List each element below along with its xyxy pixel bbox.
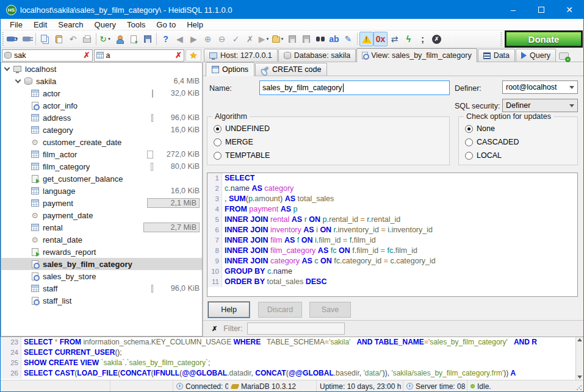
warnings-icon[interactable] — [359, 32, 373, 46]
donate-button[interactable]: Donate — [506, 32, 582, 46]
help-icon[interactable]: ? — [159, 32, 173, 46]
clear-table-filter-icon[interactable]: ✗ — [175, 51, 182, 60]
tree-item-staff[interactable]: staff96,0 KiB — [1, 282, 202, 294]
cancel-editing-icon[interactable]: ✗ — [243, 32, 257, 46]
log-scrollbar[interactable] — [575, 337, 583, 380]
radio-algorithm-undefined[interactable]: UNDEFINED — [214, 122, 449, 135]
tree-item-actor[interactable]: actor32,0 KiB — [1, 87, 202, 99]
radio-algorithm-temptable[interactable]: TEMPTABLE — [214, 149, 449, 162]
close-button[interactable]: ✕ — [555, 1, 583, 19]
menu-item-edit[interactable]: Edit — [28, 19, 52, 30]
dropdown-caret-icon[interactable]: ▼ — [265, 37, 269, 41]
query-log[interactable]: 23SELECT * FROM information_schema.KEY_C… — [1, 337, 583, 380]
tree-item-customer_create_date[interactable]: ⚙customer_create_date — [1, 136, 202, 148]
insert-row-icon[interactable]: ⊕ — [201, 32, 215, 46]
tab-database-sakila[interactable]: Database: sakila — [278, 49, 356, 62]
first-row-icon[interactable]: ◀ — [173, 32, 187, 46]
tree-item-film_category[interactable]: film_category80,0 KiB — [1, 160, 202, 173]
tree-item-address[interactable]: address96,0 KiB — [1, 112, 202, 124]
tree-item-sakila[interactable]: sakila6,4 MiB — [1, 75, 202, 87]
minimize-button[interactable]: – — [499, 1, 527, 19]
tab-host-127-0-0-1[interactable]: Host: 127.0.0.1 — [204, 49, 278, 62]
paste-icon[interactable] — [52, 32, 66, 46]
disconnect-icon[interactable] — [20, 32, 34, 46]
delete-row-icon[interactable]: ⊖ — [215, 32, 229, 46]
radio-button-icon[interactable] — [214, 125, 222, 133]
radio-button-icon[interactable] — [465, 152, 473, 160]
delimiter-icon[interactable]: ; — [416, 32, 430, 46]
binary-as-hex-icon[interactable]: 0x — [373, 32, 388, 46]
save-sql-as-icon[interactable] — [299, 32, 313, 46]
radio-button-icon[interactable] — [465, 138, 473, 146]
menu-item-go-to[interactable]: Go to — [151, 19, 181, 30]
menu-item-search[interactable]: Search — [52, 19, 88, 30]
tree-item-payment_date[interactable]: ⚙payment_date — [1, 209, 202, 221]
dropdown-caret-icon[interactable]: ▼ — [107, 37, 111, 41]
save-snippet-icon[interactable] — [140, 32, 154, 46]
tree-item-rewards_report[interactable]: rewards_report — [1, 246, 202, 258]
tab-data[interactable]: Data — [478, 49, 515, 62]
expand-chevron-icon[interactable] — [15, 77, 21, 84]
maximize-button[interactable] — [527, 1, 555, 19]
radio-check-option-cascaded[interactable]: CASCADED — [465, 135, 577, 149]
radio-check-option-local[interactable]: LOCAL — [465, 149, 577, 162]
subtab-create-code[interactable]: CREATE code — [255, 63, 327, 76]
replace-text-icon[interactable]: ab — [327, 32, 341, 46]
expand-chevron-icon[interactable] — [4, 65, 10, 71]
user-manager-icon[interactable] — [112, 32, 126, 46]
tree-item-localhost[interactable]: localhost — [1, 63, 202, 75]
tab-view-sales-by-film-category[interactable]: View: sales_by_film_category — [356, 48, 477, 62]
new-query-tab-icon[interactable] — [559, 52, 569, 60]
save-sql-icon[interactable] — [285, 32, 299, 46]
load-sql-file-icon[interactable]: ▼ — [271, 32, 285, 46]
stop-icon[interactable]: ✗ — [430, 32, 444, 46]
discard-button[interactable]: Discard — [258, 302, 302, 318]
scroll-down-icon[interactable] — [577, 376, 582, 379]
execute-sql-icon[interactable]: ▶▼ — [257, 32, 271, 46]
radio-check-option-none[interactable]: None — [465, 122, 577, 135]
filter-input[interactable] — [247, 323, 345, 335]
menu-item-query[interactable]: Query — [89, 19, 121, 30]
radio-algorithm-merge[interactable]: MERGE — [214, 135, 449, 149]
view-sql-editor[interactable]: 1SELECT2c.name AS category3, SUM(p.amoun… — [207, 173, 578, 297]
menu-item-file[interactable]: File — [4, 19, 28, 30]
close-filter-icon[interactable]: ✗ — [212, 325, 217, 333]
dropdown-caret-icon[interactable]: ▼ — [281, 37, 284, 41]
session-manager-icon[interactable]: ▼ — [5, 32, 20, 46]
tree-item-language[interactable]: language16,0 KiB — [1, 185, 202, 197]
database-filter-input[interactable]: sak ✗ — [2, 49, 93, 62]
radio-button-icon[interactable] — [214, 152, 222, 160]
reconnect-icon[interactable]: ϟ — [402, 32, 416, 46]
view-name-input[interactable]: sales_by_film_category — [259, 80, 450, 95]
tree-item-rental[interactable]: rental2,7 MiB — [1, 221, 202, 233]
help-button[interactable]: Help — [208, 302, 250, 318]
last-row-icon[interactable]: ▶ — [187, 32, 201, 46]
export-database-icon[interactable] — [126, 32, 140, 46]
radio-button-icon[interactable] — [214, 138, 222, 146]
post-changes-icon[interactable]: ✓ — [229, 32, 243, 46]
subtab-options[interactable]: Options — [206, 62, 254, 76]
radio-button-icon[interactable] — [465, 125, 473, 133]
favorites-star-icon[interactable]: ★ — [186, 49, 201, 62]
tree-item-category[interactable]: category16,0 KiB — [1, 124, 202, 136]
toolbar-grip[interactable] — [500, 32, 502, 46]
find-text-icon[interactable] — [313, 32, 327, 46]
tree-item-actor_info[interactable]: actor_info — [1, 99, 202, 112]
tree-item-staff_list[interactable]: staff_list — [1, 294, 202, 307]
resize-grip[interactable] — [576, 385, 582, 391]
table-filter-input[interactable]: a ✗ — [94, 49, 185, 62]
indent-icon[interactable]: ⇄ — [388, 32, 402, 46]
print-icon[interactable] — [80, 32, 94, 46]
definer-select[interactable]: root@localhost — [502, 80, 578, 94]
save-button[interactable]: Save — [309, 302, 351, 318]
copy-icon[interactable] — [38, 32, 52, 46]
menu-item-tools[interactable]: Tools — [121, 19, 151, 30]
tree-item-get_customer_balance[interactable]: get_customer_balance — [1, 173, 202, 185]
tree-item-rental_date[interactable]: ⚙rental_date — [1, 233, 202, 246]
tab-query[interactable]: Query — [516, 49, 556, 62]
tree-item-sales_by_store[interactable]: sales_by_store — [1, 270, 202, 282]
tree-item-film_actor[interactable]: film_actor272,0 KiB — [1, 148, 202, 160]
tree-item-sales_by_film_category[interactable]: sales_by_film_category — [1, 258, 202, 270]
refresh-icon[interactable]: ↻▼ — [98, 32, 112, 46]
undo-icon[interactable]: ↶ — [66, 32, 80, 46]
